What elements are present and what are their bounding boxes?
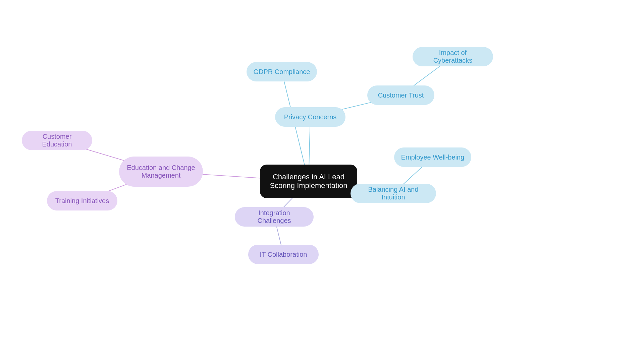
node-customer-edu: Customer Education: [22, 131, 92, 150]
node-it-collab: IT Collaboration: [248, 245, 319, 264]
label-customer-edu: Customer Education: [28, 133, 86, 148]
label-customer-trust: Customer Trust: [378, 92, 424, 99]
center-label: Challenges in AI Lead Scoring Implementa…: [260, 173, 357, 190]
node-training: Training Initiatives: [47, 191, 117, 210]
label-employee: Employee Well-being: [401, 154, 465, 161]
label-training: Training Initiatives: [55, 197, 109, 205]
node-impact-cyberattacks: Impact of Cyberattacks: [413, 47, 493, 66]
center-node: Challenges in AI Lead Scoring Implementa…: [260, 165, 357, 198]
node-customer-trust: Customer Trust: [367, 85, 434, 105]
node-privacy: Privacy Concerns: [275, 107, 345, 127]
node-edu-change: Education and Change Management: [119, 157, 203, 187]
node-balancing: Balancing AI and Intuition: [351, 184, 436, 203]
label-it-collab: IT Collaboration: [260, 251, 307, 258]
label-edu-change: Education and Change Management: [125, 164, 197, 179]
label-balancing: Balancing AI and Intuition: [357, 186, 430, 201]
label-impact-cyberattacks: Impact of Cyberattacks: [419, 49, 487, 64]
node-employee: Employee Well-being: [394, 147, 471, 167]
node-gdpr: GDPR Compliance: [247, 62, 317, 81]
node-integration: Integration Challenges: [235, 207, 314, 227]
label-privacy: Privacy Concerns: [284, 113, 337, 121]
label-integration: Integration Challenges: [241, 209, 308, 225]
label-gdpr: GDPR Compliance: [254, 68, 310, 76]
